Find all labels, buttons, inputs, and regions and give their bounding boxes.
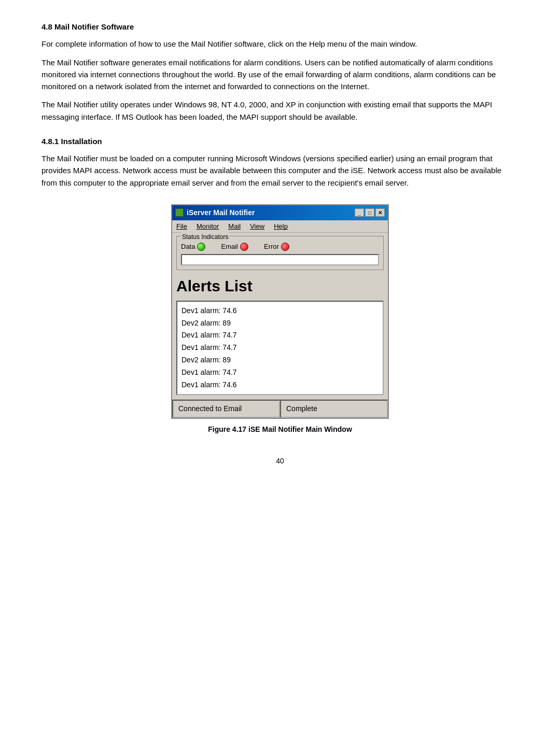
email-indicator: Email [221, 242, 248, 252]
figure-caption: Figure 4.17 iSE Mail Notifier Main Windo… [208, 424, 352, 435]
menu-help[interactable]: Help [274, 221, 288, 232]
alerts-list-title: Alerts List [172, 272, 388, 299]
alert-item-4: Dev1 alarm: 74.7 [181, 342, 379, 354]
status-complete: Complete [280, 400, 388, 418]
figure-container: iServer Mail Notifier _ □ ✕ File Monitor… [41, 204, 519, 435]
alert-item-5: Dev2 alarm: 89 [181, 354, 379, 367]
data-indicator: Data [181, 242, 205, 252]
subheading-installation: 4.8.1 Installation [41, 135, 519, 147]
paragraph-4: The Mail Notifier must be loaded on a co… [41, 152, 519, 189]
menubar: File Monitor Mail View Help [172, 220, 388, 233]
menu-mail[interactable]: Mail [228, 221, 241, 232]
paragraph-3: The Mail Notifier utility operates under… [41, 98, 519, 123]
alert-item-2: Dev2 alarm: 89 [181, 317, 379, 330]
close-button[interactable]: ✕ [375, 208, 385, 217]
titlebar-left: iServer Mail Notifier [175, 207, 255, 218]
error-indicator-light [281, 243, 289, 251]
minimize-button[interactable]: _ [355, 208, 364, 217]
email-indicator-light [240, 243, 248, 251]
window-title: iServer Mail Notifier [187, 207, 255, 218]
maximize-button[interactable]: □ [365, 208, 374, 217]
status-indicators-group: Status Indicators Data Email Error [176, 236, 384, 270]
paragraph-2: The Mail Notifier software generates ema… [41, 57, 519, 93]
iserver-window: iServer Mail Notifier _ □ ✕ File Monitor… [171, 204, 389, 419]
titlebar-controls[interactable]: _ □ ✕ [355, 208, 385, 217]
alert-item-3: Dev1 alarm: 74.7 [181, 329, 379, 342]
error-label: Error [264, 242, 279, 252]
section-heading: 4.8 Mail Notifier Software [41, 21, 519, 33]
menu-view[interactable]: View [250, 221, 264, 232]
status-text-bar [181, 254, 379, 265]
status-connected: Connected to Email [172, 400, 280, 418]
menu-file[interactable]: File [176, 221, 187, 232]
alert-item-7: Dev1 alarm: 74.6 [181, 379, 379, 391]
status-indicators-label: Status Indicators [181, 232, 229, 242]
status-bar: Connected to Email Complete [172, 399, 388, 418]
data-indicator-light [197, 243, 205, 251]
alert-item-1: Dev1 alarm: 74.6 [181, 305, 379, 317]
menu-monitor[interactable]: Monitor [197, 221, 219, 232]
paragraph-1: For complete information of how to use t… [41, 38, 519, 50]
alert-item-6: Dev1 alarm: 74.7 [181, 367, 379, 379]
alerts-list-box: Dev1 alarm: 74.6 Dev2 alarm: 89 Dev1 ala… [176, 301, 384, 396]
app-icon [175, 208, 184, 217]
page-number: 40 [41, 456, 519, 467]
error-indicator: Error [264, 242, 289, 252]
titlebar: iServer Mail Notifier _ □ ✕ [172, 205, 388, 220]
data-label: Data [181, 242, 195, 252]
email-label: Email [221, 242, 238, 252]
